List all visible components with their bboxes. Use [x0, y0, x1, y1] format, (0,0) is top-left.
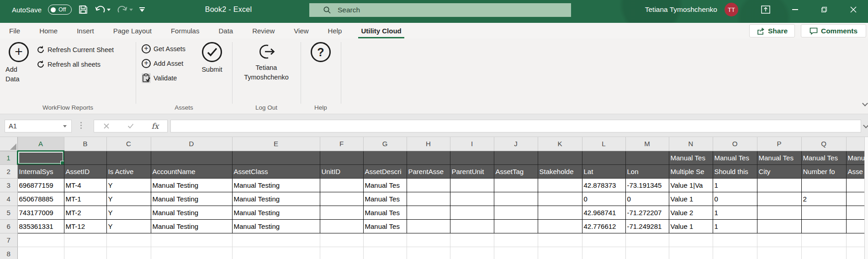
- col-header-I[interactable]: I: [450, 137, 494, 151]
- undo-button[interactable]: [95, 5, 111, 14]
- cell-D8[interactable]: [151, 247, 232, 259]
- cell-x4[interactable]: [846, 192, 864, 206]
- row-header-2[interactable]: 2: [0, 164, 17, 178]
- cell-F3[interactable]: [320, 178, 363, 192]
- cell-P3[interactable]: [757, 178, 801, 192]
- col-header-F[interactable]: F: [320, 137, 363, 151]
- cell-C2[interactable]: Is Active: [106, 164, 151, 178]
- cell-I7[interactable]: [450, 233, 494, 247]
- cell-G7[interactable]: [363, 233, 407, 247]
- cell-F2[interactable]: UnitID: [320, 164, 363, 178]
- redo-dropdown-caret[interactable]: [129, 9, 133, 11]
- cell-O4[interactable]: 0: [713, 192, 757, 206]
- tab-formulas[interactable]: Formulas: [170, 23, 201, 38]
- add-asset-button[interactable]: + Add Asset: [142, 58, 183, 69]
- cell-Q7[interactable]: [801, 233, 846, 247]
- user-avatar[interactable]: TT: [725, 3, 738, 16]
- cell-M6[interactable]: -71.249281: [625, 219, 669, 233]
- cell-x2[interactable]: Asse: [846, 164, 864, 178]
- cell-L6[interactable]: 42.776612: [582, 219, 625, 233]
- cell-D5[interactable]: Manual Testing: [151, 206, 232, 219]
- cell-B2[interactable]: AssetID: [64, 164, 106, 178]
- cell-M3[interactable]: -73.191345: [625, 178, 669, 192]
- cell-N5[interactable]: Value 2: [669, 206, 713, 219]
- cell-B7[interactable]: [64, 233, 106, 247]
- cell-L2[interactable]: Lat: [582, 164, 625, 178]
- cell-E7[interactable]: [232, 233, 320, 247]
- cell-E2[interactable]: AssetClass: [232, 164, 320, 178]
- quick-access-overflow-icon[interactable]: [139, 7, 145, 12]
- cell-B1[interactable]: [64, 151, 106, 164]
- cell-M5[interactable]: -71.272207: [625, 206, 669, 219]
- refresh-all-sheets-button[interactable]: Refresh all sheets: [37, 59, 101, 70]
- cell-I5[interactable]: [450, 206, 494, 219]
- cell-H5[interactable]: [407, 206, 450, 219]
- cell-H1[interactable]: [407, 151, 450, 164]
- cell-C1[interactable]: [106, 151, 151, 164]
- cell-E8[interactable]: [232, 247, 320, 259]
- col-header-D[interactable]: D: [151, 137, 232, 151]
- cell-Q5[interactable]: [801, 206, 846, 219]
- cell-M2[interactable]: Lon: [625, 164, 669, 178]
- cancel-icon[interactable]: [94, 123, 118, 129]
- row-header-7[interactable]: 7: [0, 233, 17, 247]
- tab-page-layout[interactable]: Page Layout: [112, 23, 153, 38]
- cell-J3[interactable]: [494, 178, 538, 192]
- cell-P8[interactable]: [757, 247, 801, 259]
- cell-A2[interactable]: InternalSys: [17, 164, 64, 178]
- formula-bar-grip[interactable]: [80, 122, 82, 129]
- formula-input[interactable]: [170, 120, 861, 132]
- cell-C4[interactable]: Y: [106, 192, 151, 206]
- cell-E3[interactable]: Manual Testing: [232, 178, 320, 192]
- tab-utility-cloud[interactable]: Utility Cloud: [360, 23, 402, 38]
- tab-file[interactable]: File: [8, 23, 21, 38]
- cell-M7[interactable]: [625, 233, 669, 247]
- cell-L4[interactable]: 0: [582, 192, 625, 206]
- expand-formula-bar-chevron[interactable]: [863, 122, 868, 128]
- share-button[interactable]: Share: [749, 24, 795, 37]
- cell-H6[interactable]: [407, 219, 450, 233]
- cell-O8[interactable]: [713, 247, 757, 259]
- vertical-scrollbar[interactable]: [864, 137, 868, 259]
- cell-E1[interactable]: [232, 151, 320, 164]
- cell-Q1[interactable]: Manual Tes: [801, 151, 846, 164]
- select-all-corner[interactable]: [0, 137, 17, 151]
- cell-K1[interactable]: [538, 151, 582, 164]
- cell-K4[interactable]: [538, 192, 582, 206]
- row-header-4[interactable]: 4: [0, 192, 17, 206]
- cell-P1[interactable]: Manual Tes: [757, 151, 801, 164]
- cell-C7[interactable]: [106, 233, 151, 247]
- cell-B8[interactable]: [64, 247, 106, 259]
- cell-O5[interactable]: 1: [713, 206, 757, 219]
- cell-J6[interactable]: [494, 219, 538, 233]
- cell-I8[interactable]: [450, 247, 494, 259]
- name-box-dropdown-caret[interactable]: [63, 125, 67, 127]
- add-data-button[interactable]: + Add Data: [5, 42, 32, 84]
- cell-G8[interactable]: [363, 247, 407, 259]
- close-button[interactable]: [839, 0, 868, 19]
- cell-B4[interactable]: MT-1: [64, 192, 106, 206]
- cell-H8[interactable]: [407, 247, 450, 259]
- cell-I2[interactable]: ParentUnit: [450, 164, 494, 178]
- cell-D3[interactable]: Manual Testing: [151, 178, 232, 192]
- cell-A5[interactable]: 743177009: [17, 206, 64, 219]
- cell-O1[interactable]: Manual Tes: [713, 151, 757, 164]
- tab-home[interactable]: Home: [38, 23, 58, 38]
- row-header-8[interactable]: 8: [0, 247, 17, 259]
- cell-H7[interactable]: [407, 233, 450, 247]
- cell-D7[interactable]: [151, 233, 232, 247]
- cell-M8[interactable]: [625, 247, 669, 259]
- cell-Q3[interactable]: [801, 178, 846, 192]
- cell-K6[interactable]: [538, 219, 582, 233]
- tab-review[interactable]: Review: [251, 23, 275, 38]
- col-header-E[interactable]: E: [232, 137, 320, 151]
- cell-A1[interactable]: [17, 151, 64, 164]
- enter-icon[interactable]: [118, 123, 143, 129]
- insert-function-button[interactable]: fx: [143, 122, 167, 131]
- col-header-M[interactable]: M: [625, 137, 669, 151]
- cell-J5[interactable]: [494, 206, 538, 219]
- cell-P2[interactable]: City: [757, 164, 801, 178]
- cell-E4[interactable]: Manual Testing: [232, 192, 320, 206]
- minimize-button[interactable]: [780, 0, 810, 19]
- cell-F4[interactable]: [320, 192, 363, 206]
